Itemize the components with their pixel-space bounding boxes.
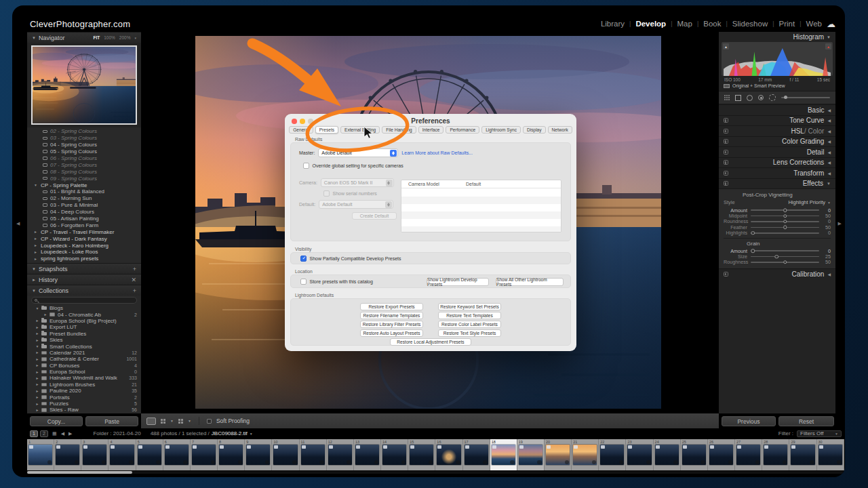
panel-toggle-icon[interactable] [724,139,728,144]
disclosure-triangle-icon[interactable]: ► [35,338,39,342]
panel-toggle-icon[interactable] [724,160,728,165]
filmstrip-cell[interactable]: 22 [599,439,626,470]
snapshots-header[interactable]: ▼ Snapshots + [27,263,141,274]
tab-file-handling[interactable]: File Handling [382,126,416,134]
module-library[interactable]: Library [601,20,625,28]
soft-proofing-checkbox[interactable] [207,419,212,424]
disclosure-triangle-icon[interactable]: ► [35,370,39,374]
restore-button-restore-text-style-presets[interactable]: Restore Text Style Presets [438,329,501,337]
paste-settings-button[interactable]: Paste [85,416,138,426]
monitor-1-button[interactable]: 1 [30,430,38,437]
photo-thumbnail[interactable] [83,445,106,465]
photo-thumbnail[interactable] [791,445,814,465]
disclosure-triangle-icon[interactable]: ► [34,250,38,254]
photo-thumbnail[interactable] [410,445,433,465]
preset-item[interactable]: 03 - Pure & Minimal [27,202,141,209]
photo-thumbnail[interactable] [246,445,270,465]
preset-item[interactable]: ►Loupedeck - Loke Roos [27,249,141,256]
module-web[interactable]: Web [806,20,822,28]
slider-thumb[interactable] [751,231,755,235]
module-book[interactable]: Book [703,20,721,28]
serial-checkbox[interactable] [323,190,330,197]
photo-thumbnail[interactable] [546,445,570,465]
collection-item[interactable]: ►04 - Chromatic Ab2 [27,311,141,317]
chevron-down-icon[interactable]: ▼ [250,432,253,436]
preset-item[interactable]: 07 - Spring Colours [27,161,141,168]
filmstrip-cell[interactable]: 7 [191,439,218,470]
collection-item[interactable]: ►Portraits2 [27,394,141,400]
panel-hsl[interactable]: HSL / Color◀ [719,125,835,136]
chevron-down-icon[interactable]: ▼ [188,419,191,423]
filmstrip-cell[interactable]: 15 [408,439,435,470]
previous-button[interactable]: Previous [722,416,776,426]
chevron-icon[interactable]: ▾ [134,36,136,40]
slider-track[interactable] [751,209,819,211]
module-print[interactable]: Print [779,20,795,28]
filmstrip-cell[interactable]: 10 [272,439,299,470]
disclosure-triangle-icon[interactable]: ► [35,395,39,399]
preset-item[interactable]: 05 - Spring Colours [27,148,141,155]
slider-thumb[interactable] [784,96,787,99]
disclosure-triangle-icon[interactable]: ► [35,331,39,336]
filmstrip-scrollbar[interactable] [27,471,844,474]
tab-lightroom-sync[interactable]: Lightroom Sync [481,126,521,134]
photo-thumbnail[interactable] [192,445,216,465]
photo-thumbnail[interactable] [382,445,406,465]
filmstrip-cell[interactable]: 20 [545,439,572,470]
tab-performance[interactable]: Performance [446,126,479,134]
filmstrip-cell[interactable]: 29 [789,439,816,470]
filmstrip-cell[interactable]: 26 [708,439,735,470]
forward-arrow-icon[interactable]: ▶ [68,431,72,436]
preset-item[interactable]: 05 - Artisan Painting [27,216,141,222]
slider-track[interactable] [751,232,819,234]
photo-thumbnail[interactable] [301,445,325,465]
selected-file-name[interactable]: JBC09088-2.tif [212,430,248,436]
disclosure-triangle-icon[interactable]: ► [34,237,38,241]
panel-color-grading[interactable]: Color Grading◀ [719,136,835,147]
filmstrip-cell[interactable]: 8 [218,439,245,470]
filmstrip-cell[interactable]: 16 [435,439,462,470]
navigator-preview[interactable] [31,45,137,125]
filmstrip-cell[interactable]: 28 [762,439,789,470]
collection-item[interactable]: ►Preset Bundles [27,331,141,337]
filmstrip-cell[interactable]: 2 [54,439,81,470]
disclosure-triangle-icon[interactable]: ▼ [35,306,39,310]
default-dropdown[interactable]: Adobe Default [319,200,393,209]
filmstrip-cell[interactable]: 25 [681,439,708,470]
photo-thumbnail[interactable] [165,445,189,465]
slider-track[interactable] [751,256,819,258]
photo-thumbnail[interactable] [709,445,733,465]
healing-tool-icon[interactable] [747,95,753,101]
slider-thumb[interactable] [783,260,787,264]
disclosure-triangle-icon[interactable]: ► [35,350,39,354]
restore-local-adjustment-button[interactable]: Restore Local Adjustment Presets [390,338,471,346]
histogram[interactable]: ▲ ▲ [722,42,833,76]
disclosure-triangle-icon[interactable]: ► [34,230,38,234]
master-dropdown[interactable]: Adobe Default [318,148,398,157]
collection-item[interactable]: ►Puzzles5 [27,401,141,407]
disclosure-triangle-icon[interactable]: ► [35,376,39,380]
chevron-down-icon[interactable]: ▼ [170,419,174,423]
style-value[interactable]: Highlight Priority [788,199,825,205]
collection-item[interactable]: ►Pauline 202035 [27,388,141,394]
masking-tool-icon[interactable] [769,94,776,101]
filmstrip-cell[interactable]: 4 [108,439,136,470]
restore-button-restore-color-label-presets[interactable]: Restore Color Label Presets [438,321,501,328]
slider-thumb[interactable] [783,208,787,212]
slider-track[interactable] [751,221,819,222]
module-map[interactable]: Map [677,20,692,28]
filmstrip-cell[interactable]: 17 [463,439,490,470]
collection-item[interactable]: ►CP Bonuses4 [27,363,141,369]
filmstrip-cell[interactable]: 12 [327,439,354,470]
partially-compatible-checkbox[interactable] [300,256,307,262]
restore-button-restore-export-presets[interactable]: Restore Export Presets [360,303,423,310]
slider-track[interactable] [751,262,819,263]
photo-thumbnail[interactable] [28,445,52,465]
filmstrip-cell[interactable]: 24 [654,439,681,470]
filmstrip-cell[interactable]: 19 [517,439,545,470]
filmstrip-cell[interactable]: 1 [27,439,54,470]
add-collection-button[interactable]: + [133,287,136,294]
camera-dropdown[interactable]: Canon EOS 5D Mark II [321,178,394,187]
panel-detail[interactable]: Detail◀ [719,146,835,157]
disclosure-triangle-icon[interactable]: ▼ [34,183,38,187]
